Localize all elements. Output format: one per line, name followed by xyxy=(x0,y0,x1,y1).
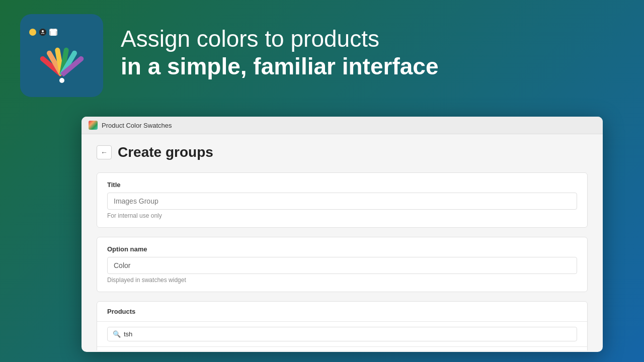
headline-line1: Assign colors to products xyxy=(121,25,624,53)
dot-white-bottom xyxy=(59,78,64,83)
search-icon: 🔍 xyxy=(113,330,121,338)
option-name-hint: Displayed in swatches widget xyxy=(107,277,577,284)
search-bar: 🔍 xyxy=(97,322,587,347)
title-input[interactable] xyxy=(107,193,577,210)
option-name-section: Option name Displayed in swatches widget xyxy=(97,237,588,292)
window-titlebar: Product Color Swatches xyxy=(82,117,603,134)
titlebar-icon xyxy=(89,121,98,130)
title-label: Title xyxy=(107,181,577,189)
page-title: Create groups xyxy=(118,144,213,160)
window-content: ← Create groups Title For internal use o… xyxy=(82,134,603,350)
back-button[interactable]: ← xyxy=(97,145,112,159)
svg-point-1 xyxy=(42,30,44,32)
option-name-label: Option name xyxy=(107,245,577,253)
dot-dark xyxy=(39,29,46,36)
title-hint: For internal use only xyxy=(107,212,577,219)
dot-yellow xyxy=(29,29,36,36)
search-input-wrap: 🔍 xyxy=(107,327,577,341)
app-icon-dots xyxy=(25,29,57,36)
page-header: ← Create groups xyxy=(97,144,588,160)
app-icon-area xyxy=(20,14,103,97)
option-name-input[interactable] xyxy=(107,257,577,274)
shirt-icon xyxy=(49,29,57,36)
color-fan xyxy=(37,40,87,75)
products-header: Products xyxy=(97,302,587,322)
titlebar-title: Product Color Swatches xyxy=(102,122,172,129)
products-section: Products 🔍 T-Shirt xyxy=(97,301,588,350)
title-section: Title For internal use only xyxy=(97,172,588,228)
search-input[interactable] xyxy=(124,330,572,338)
app-window: Product Color Swatches ← Create groups T… xyxy=(82,117,603,352)
product-row-1: T-Shirt One Color Two Colors Image / Pat… xyxy=(97,347,587,350)
headline-line2: in a simple, familiar interface xyxy=(121,53,624,80)
headline-area: Assign colors to products in a simple, f… xyxy=(121,25,624,80)
